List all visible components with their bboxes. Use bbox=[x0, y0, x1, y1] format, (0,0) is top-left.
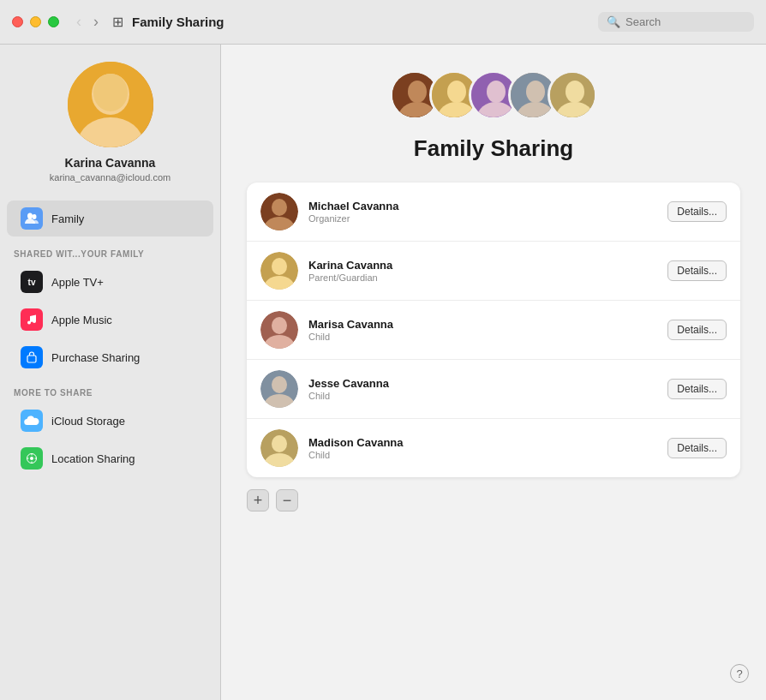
add-remove-buttons: + − bbox=[247, 489, 740, 512]
svg-point-19 bbox=[447, 81, 466, 103]
table-row: Michael Cavanna Organizer Details... bbox=[247, 182, 740, 242]
svg-rect-8 bbox=[27, 356, 36, 362]
search-icon: 🔍 bbox=[607, 15, 620, 28]
member-avatar-2 bbox=[260, 252, 298, 290]
forward-button[interactable]: › bbox=[90, 11, 102, 33]
member-avatar-5 bbox=[260, 429, 298, 467]
member-info-2: Karina Cavanna Parent/Guardian bbox=[308, 259, 657, 283]
avatar bbox=[68, 62, 153, 147]
member-name-5: Madison Cavanna bbox=[308, 436, 657, 449]
icloud-icon bbox=[21, 410, 43, 432]
add-member-button[interactable]: + bbox=[247, 489, 269, 512]
svg-point-5 bbox=[33, 214, 37, 219]
sidebar-item-purchase-label: Purchase Sharing bbox=[51, 351, 140, 364]
sidebar-item-applemusic-label: Apple Music bbox=[51, 314, 112, 326]
sidebar-item-appletv[interactable]: tv Apple TV+ bbox=[7, 264, 213, 300]
profile-section: Karina Cavanna karina_cavanna@icloud.com bbox=[0, 62, 220, 200]
close-button[interactable] bbox=[12, 16, 23, 27]
svg-point-37 bbox=[272, 317, 287, 334]
remove-member-button[interactable]: − bbox=[276, 489, 298, 512]
title-bar: ‹ › ⊞ Family Sharing 🔍 bbox=[0, 0, 766, 45]
member-role-3: Child bbox=[308, 332, 657, 342]
svg-point-10 bbox=[30, 457, 33, 460]
member-info-3: Marisa Cavanna Child bbox=[308, 318, 657, 342]
sidebar-item-location[interactable]: Location Sharing bbox=[7, 440, 213, 476]
location-icon bbox=[21, 447, 43, 470]
sidebar-item-family-label: Family bbox=[51, 212, 84, 225]
more-section-label: MORE TO SHARE bbox=[0, 376, 220, 402]
svg-point-7 bbox=[33, 320, 36, 323]
sidebar-item-family[interactable]: Family bbox=[7, 200, 213, 236]
back-button[interactable]: ‹ bbox=[73, 11, 85, 33]
member-role-2: Parent/Guardian bbox=[308, 272, 657, 283]
table-row: Madison Cavanna Child Details... bbox=[247, 419, 740, 477]
details-button-5[interactable]: Details... bbox=[667, 438, 727, 458]
sidebar: Karina Cavanna karina_cavanna@icloud.com… bbox=[0, 45, 221, 700]
member-info-1: Michael Cavanna Organizer bbox=[308, 200, 657, 224]
member-role-1: Organizer bbox=[308, 213, 657, 224]
member-info-4: Jesse Cavanna Child bbox=[308, 377, 657, 401]
member-avatar-1 bbox=[260, 193, 298, 230]
details-button-1[interactable]: Details... bbox=[667, 201, 727, 222]
details-button-2[interactable]: Details... bbox=[667, 260, 727, 281]
svg-point-31 bbox=[272, 199, 287, 216]
traffic-lights bbox=[12, 16, 59, 27]
svg-point-40 bbox=[272, 376, 287, 393]
sidebar-item-icloud[interactable]: iCloud Storage bbox=[7, 403, 213, 439]
family-icon bbox=[21, 207, 43, 230]
sidebar-item-location-label: Location Sharing bbox=[51, 452, 135, 465]
search-input[interactable] bbox=[625, 15, 745, 28]
table-row: Karina Cavanna Parent/Guardian Details..… bbox=[247, 242, 740, 301]
sidebar-item-appletv-label: Apple TV+ bbox=[51, 276, 104, 289]
svg-point-22 bbox=[487, 81, 506, 103]
purchase-icon bbox=[21, 346, 43, 368]
svg-point-34 bbox=[272, 258, 287, 275]
member-avatar-3 bbox=[260, 311, 298, 349]
family-avatars bbox=[390, 70, 597, 120]
grid-view-button[interactable]: ⊞ bbox=[112, 14, 123, 30]
main-content: Karina Cavanna karina_cavanna@icloud.com… bbox=[0, 45, 766, 700]
sidebar-item-icloud-label: iCloud Storage bbox=[51, 415, 125, 428]
help-button[interactable]: ? bbox=[730, 664, 749, 683]
svg-point-6 bbox=[27, 321, 31, 325]
right-panel: Family Sharing Michael Cavanna Organizer… bbox=[221, 45, 766, 700]
profile-name: Karina Cavanna bbox=[65, 156, 156, 170]
sidebar-item-applemusic[interactable]: Apple Music bbox=[7, 302, 213, 338]
details-button-3[interactable]: Details... bbox=[667, 320, 727, 340]
member-info-5: Madison Cavanna Child bbox=[308, 436, 657, 460]
nav-buttons: ‹ › bbox=[73, 11, 102, 33]
member-name-4: Jesse Cavanna bbox=[308, 377, 657, 390]
svg-point-25 bbox=[526, 81, 545, 103]
svg-point-28 bbox=[566, 81, 584, 103]
member-name-3: Marisa Cavanna bbox=[308, 318, 657, 331]
appletv-icon: tv bbox=[21, 271, 43, 293]
music-icon bbox=[21, 308, 43, 331]
members-list: Michael Cavanna Organizer Details... Kar… bbox=[247, 182, 740, 477]
family-avatar-5 bbox=[548, 70, 597, 120]
member-avatar-4 bbox=[260, 370, 298, 408]
window-title: Family Sharing bbox=[132, 15, 598, 29]
page-title: Family Sharing bbox=[414, 135, 573, 162]
details-button-4[interactable]: Details... bbox=[667, 379, 727, 399]
table-row: Marisa Cavanna Child Details... bbox=[247, 301, 740, 360]
search-bar[interactable]: 🔍 bbox=[598, 12, 754, 32]
member-role-5: Child bbox=[308, 450, 657, 460]
svg-point-16 bbox=[408, 81, 427, 103]
member-name-2: Karina Cavanna bbox=[308, 259, 657, 272]
table-row: Jesse Cavanna Child Details... bbox=[247, 360, 740, 419]
member-role-4: Child bbox=[308, 391, 657, 401]
member-name-1: Michael Cavanna bbox=[308, 200, 657, 212]
svg-point-43 bbox=[272, 435, 287, 452]
svg-point-3 bbox=[93, 74, 128, 111]
profile-email: karina_cavanna@icloud.com bbox=[50, 172, 171, 182]
minimize-button[interactable] bbox=[30, 16, 41, 27]
sidebar-item-purchase[interactable]: Purchase Sharing bbox=[7, 339, 213, 375]
maximize-button[interactable] bbox=[48, 16, 59, 27]
svg-point-4 bbox=[27, 213, 33, 219]
shared-section-label: SHARED WIT...YOUR FAMILY bbox=[0, 237, 220, 263]
